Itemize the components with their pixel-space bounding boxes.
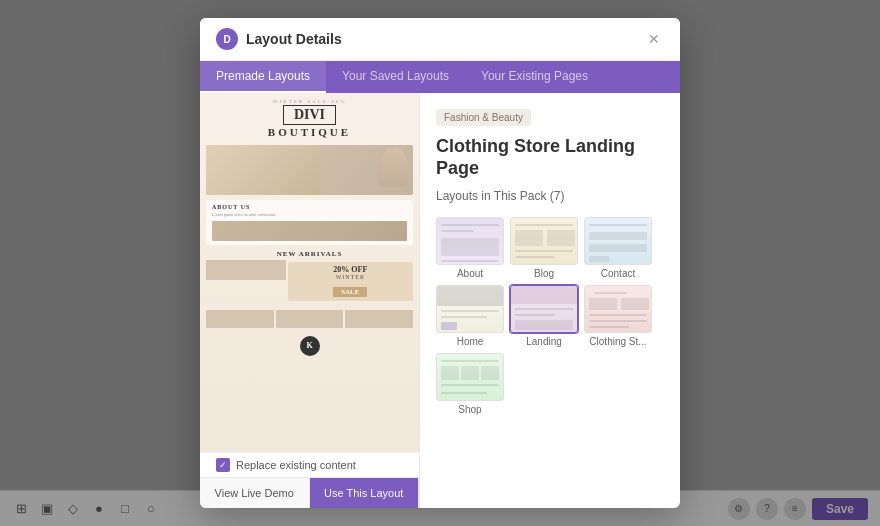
layouts-grid: About Blog xyxy=(436,217,664,415)
thumb-home-image xyxy=(436,285,504,333)
layout-title: Clothing Store Landing Page xyxy=(436,136,664,179)
layout-thumb-home[interactable]: Home xyxy=(436,285,504,347)
thumb-about-label: About xyxy=(436,268,504,279)
preview-actions: View Live Demo Use This Layout xyxy=(200,477,419,508)
checkbox-checked-icon: ✓ xyxy=(216,458,230,472)
layout-thumb-contact[interactable]: Contact xyxy=(584,217,652,279)
layout-thumb-shop[interactable]: Shop xyxy=(436,353,504,415)
hero-image xyxy=(206,145,413,195)
preview-panel: WINTER SALE 40% DIVI BOUTIQUE ABOUT US xyxy=(200,93,420,508)
tab-premade-layouts[interactable]: Premade Layouts xyxy=(200,61,326,93)
thumb-blog-image xyxy=(510,217,578,265)
thumb-shop-label: Shop xyxy=(436,404,504,415)
close-icon[interactable]: ✕ xyxy=(644,29,664,49)
view-live-demo-button[interactable]: View Live Demo xyxy=(200,478,310,508)
modal-tabs: Premade Layouts Your Saved Layouts Your … xyxy=(200,61,680,93)
tab-saved-layouts[interactable]: Your Saved Layouts xyxy=(326,61,465,93)
thumb-home-label: Home xyxy=(436,336,504,347)
thumb-about-image xyxy=(436,217,504,265)
content-panel: Fashion & Beauty Clothing Store Landing … xyxy=(420,93,680,508)
about-section: ABOUT US Lorem ipsum dolor sit amet cons… xyxy=(206,200,413,245)
thumb-landing-label: Landing xyxy=(510,336,578,347)
category-badge: Fashion & Beauty xyxy=(436,109,531,126)
layout-thumb-clothing[interactable]: Clothing St... xyxy=(584,285,652,347)
modal-body: WINTER SALE 40% DIVI BOUTIQUE ABOUT US xyxy=(200,93,680,508)
thumb-clothing-image xyxy=(584,285,652,333)
modal-overlay: D Layout Details ✕ Premade Layouts Your … xyxy=(0,0,880,526)
new-arrivals-section: NEW ARRIVALS 20% OFF WINTER SALE xyxy=(206,250,413,305)
boutique-preview: WINTER SALE 40% DIVI BOUTIQUE ABOUT US xyxy=(200,93,419,452)
thumb-clothing-label: Clothing St... xyxy=(584,336,652,347)
thumb-contact-label: Contact xyxy=(584,268,652,279)
modal-title: Layout Details xyxy=(246,31,636,47)
replace-content-checkbox-row[interactable]: ✓ Replace existing content xyxy=(200,452,419,477)
checkbox-label: Replace existing content xyxy=(236,459,356,471)
layout-preview-image: WINTER SALE 40% DIVI BOUTIQUE ABOUT US xyxy=(200,93,419,452)
layout-details-modal: D Layout Details ✕ Premade Layouts Your … xyxy=(200,18,680,508)
thumb-contact-image xyxy=(584,217,652,265)
layout-thumb-about[interactable]: About xyxy=(436,217,504,279)
product-grid xyxy=(206,310,413,328)
layout-thumb-blog[interactable]: Blog xyxy=(510,217,578,279)
divi-logo: D xyxy=(216,28,238,50)
tab-existing-pages[interactable]: Your Existing Pages xyxy=(465,61,604,93)
thumb-shop-image xyxy=(436,353,504,401)
thumb-landing-image xyxy=(510,285,578,333)
thumb-blog-label: Blog xyxy=(510,268,578,279)
modal-header: D Layout Details ✕ xyxy=(200,18,680,61)
layout-thumb-landing[interactable]: Landing xyxy=(510,285,578,347)
use-this-layout-button[interactable]: Use This Layout xyxy=(310,478,420,508)
pack-label: Layouts in This Pack (7) xyxy=(436,189,664,203)
